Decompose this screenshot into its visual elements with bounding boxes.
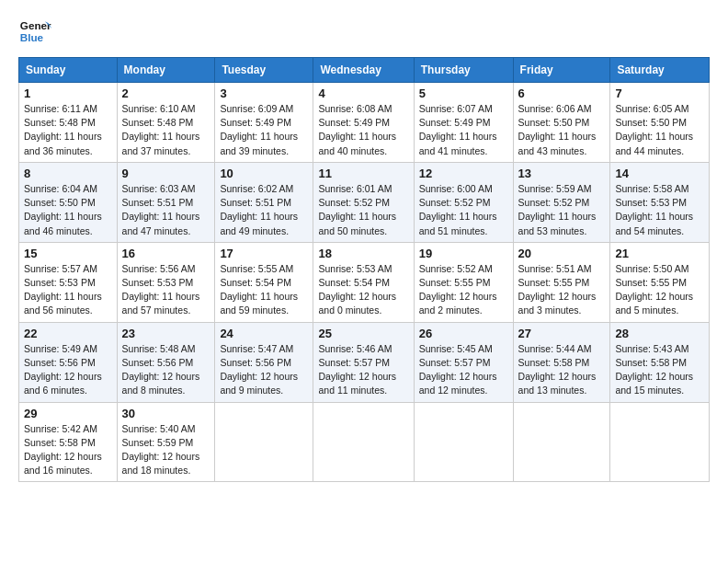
day-info: Sunrise: 5:57 AM Sunset: 5:53 PM Dayligh…: [24, 262, 112, 318]
day-number: 10: [220, 167, 308, 180]
day-number: 25: [318, 327, 408, 340]
day-number: 3: [220, 86, 308, 100]
day-number: 20: [518, 247, 606, 260]
day-info: Sunrise: 6:04 AM Sunset: 5:50 PM Dayligh…: [24, 182, 112, 238]
day-info: Sunrise: 6:11 AM Sunset: 5:48 PM Dayligh…: [24, 102, 112, 158]
svg-text:General: General: [20, 19, 51, 31]
weekday-header-saturday: Saturday: [610, 58, 710, 83]
calendar-cell: 2Sunrise: 6:10 AM Sunset: 5:48 PM Daylig…: [117, 83, 215, 163]
day-info: Sunrise: 5:50 AM Sunset: 5:55 PM Dayligh…: [615, 262, 704, 318]
day-info: Sunrise: 5:40 AM Sunset: 5:59 PM Dayligh…: [122, 422, 210, 478]
logo: General Blue: [18, 15, 51, 48]
day-number: 9: [122, 167, 210, 180]
logo-icon: General Blue: [18, 15, 51, 48]
day-number: 11: [318, 167, 408, 180]
calendar-cell: 11Sunrise: 6:01 AM Sunset: 5:52 PM Dayli…: [313, 162, 414, 242]
weekday-header-thursday: Thursday: [414, 58, 513, 83]
calendar-cell: 3Sunrise: 6:09 AM Sunset: 5:49 PM Daylig…: [215, 83, 313, 163]
day-number: 14: [615, 167, 704, 180]
calendar-cell: [513, 402, 610, 482]
svg-text:Blue: Blue: [20, 31, 44, 43]
day-number: 15: [24, 247, 112, 260]
calendar-cell: [215, 402, 313, 482]
calendar-cell: 19Sunrise: 5:52 AM Sunset: 5:55 PM Dayli…: [414, 242, 513, 322]
calendar-cell: 9Sunrise: 6:03 AM Sunset: 5:51 PM Daylig…: [117, 162, 215, 242]
day-number: 2: [122, 86, 210, 100]
calendar-cell: 20Sunrise: 5:51 AM Sunset: 5:55 PM Dayli…: [513, 242, 610, 322]
calendar-cell: 17Sunrise: 5:55 AM Sunset: 5:54 PM Dayli…: [215, 242, 313, 322]
day-number: 8: [24, 167, 112, 180]
day-number: 6: [518, 86, 606, 100]
calendar-cell: 6Sunrise: 6:06 AM Sunset: 5:50 PM Daylig…: [513, 83, 610, 163]
day-number: 17: [220, 247, 308, 260]
calendar-cell: [610, 402, 710, 482]
day-info: Sunrise: 6:06 AM Sunset: 5:50 PM Dayligh…: [518, 102, 606, 158]
weekday-header-friday: Friday: [513, 58, 610, 83]
day-info: Sunrise: 6:05 AM Sunset: 5:50 PM Dayligh…: [615, 102, 704, 158]
calendar-cell: 28Sunrise: 5:43 AM Sunset: 5:58 PM Dayli…: [610, 322, 710, 402]
day-number: 21: [615, 247, 704, 260]
calendar-cell: 23Sunrise: 5:48 AM Sunset: 5:56 PM Dayli…: [117, 322, 215, 402]
day-info: Sunrise: 5:56 AM Sunset: 5:53 PM Dayligh…: [122, 262, 210, 318]
day-info: Sunrise: 5:49 AM Sunset: 5:56 PM Dayligh…: [24, 342, 112, 398]
calendar-cell: 12Sunrise: 6:00 AM Sunset: 5:52 PM Dayli…: [414, 162, 513, 242]
weekday-header-tuesday: Tuesday: [215, 58, 313, 83]
day-number: 13: [518, 167, 606, 180]
day-number: 30: [122, 407, 210, 420]
calendar-cell: 10Sunrise: 6:02 AM Sunset: 5:51 PM Dayli…: [215, 162, 313, 242]
header: General Blue: [18, 15, 710, 48]
calendar-cell: 27Sunrise: 5:44 AM Sunset: 5:58 PM Dayli…: [513, 322, 610, 402]
day-info: Sunrise: 6:01 AM Sunset: 5:52 PM Dayligh…: [318, 182, 408, 238]
calendar-cell: 7Sunrise: 6:05 AM Sunset: 5:50 PM Daylig…: [610, 83, 710, 163]
day-number: 16: [122, 247, 210, 260]
calendar-cell: 21Sunrise: 5:50 AM Sunset: 5:55 PM Dayli…: [610, 242, 710, 322]
day-number: 5: [419, 86, 508, 100]
calendar-cell: 4Sunrise: 6:08 AM Sunset: 5:49 PM Daylig…: [313, 83, 414, 163]
day-number: 19: [419, 247, 508, 260]
calendar-cell: [313, 402, 414, 482]
day-info: Sunrise: 5:46 AM Sunset: 5:57 PM Dayligh…: [318, 342, 408, 398]
calendar-cell: 5Sunrise: 6:07 AM Sunset: 5:49 PM Daylig…: [414, 83, 513, 163]
day-info: Sunrise: 5:47 AM Sunset: 5:56 PM Dayligh…: [220, 342, 308, 398]
page: General Blue SundayMondayTuesdayWednesda…: [0, 0, 728, 497]
calendar-cell: [414, 402, 513, 482]
day-info: Sunrise: 6:07 AM Sunset: 5:49 PM Dayligh…: [419, 102, 508, 158]
day-number: 29: [24, 407, 112, 420]
day-info: Sunrise: 5:59 AM Sunset: 5:52 PM Dayligh…: [518, 182, 606, 238]
day-number: 7: [615, 86, 704, 100]
day-info: Sunrise: 5:53 AM Sunset: 5:54 PM Dayligh…: [318, 262, 408, 318]
day-info: Sunrise: 6:10 AM Sunset: 5:48 PM Dayligh…: [122, 102, 210, 158]
calendar-cell: 26Sunrise: 5:45 AM Sunset: 5:57 PM Dayli…: [414, 322, 513, 402]
calendar-cell: 18Sunrise: 5:53 AM Sunset: 5:54 PM Dayli…: [313, 242, 414, 322]
day-info: Sunrise: 6:03 AM Sunset: 5:51 PM Dayligh…: [122, 182, 210, 238]
day-info: Sunrise: 5:45 AM Sunset: 5:57 PM Dayligh…: [419, 342, 508, 398]
calendar-cell: 25Sunrise: 5:46 AM Sunset: 5:57 PM Dayli…: [313, 322, 414, 402]
day-info: Sunrise: 5:42 AM Sunset: 5:58 PM Dayligh…: [24, 422, 112, 478]
weekday-header-sunday: Sunday: [19, 58, 118, 83]
day-number: 24: [220, 327, 308, 340]
weekday-header-wednesday: Wednesday: [313, 58, 414, 83]
calendar-cell: 22Sunrise: 5:49 AM Sunset: 5:56 PM Dayli…: [19, 322, 118, 402]
day-info: Sunrise: 6:02 AM Sunset: 5:51 PM Dayligh…: [220, 182, 308, 238]
weekday-header-monday: Monday: [117, 58, 215, 83]
day-number: 12: [419, 167, 508, 180]
day-number: 27: [518, 327, 606, 340]
day-info: Sunrise: 6:09 AM Sunset: 5:49 PM Dayligh…: [220, 102, 308, 158]
day-info: Sunrise: 5:58 AM Sunset: 5:53 PM Dayligh…: [615, 182, 704, 238]
day-info: Sunrise: 5:51 AM Sunset: 5:55 PM Dayligh…: [518, 262, 606, 318]
day-number: 23: [122, 327, 210, 340]
calendar-cell: 30Sunrise: 5:40 AM Sunset: 5:59 PM Dayli…: [117, 402, 215, 482]
calendar-cell: 15Sunrise: 5:57 AM Sunset: 5:53 PM Dayli…: [19, 242, 118, 322]
day-number: 28: [615, 327, 704, 340]
day-info: Sunrise: 5:48 AM Sunset: 5:56 PM Dayligh…: [122, 342, 210, 398]
calendar: SundayMondayTuesdayWednesdayThursdayFrid…: [18, 57, 710, 482]
calendar-cell: 1Sunrise: 6:11 AM Sunset: 5:48 PM Daylig…: [19, 83, 118, 163]
day-info: Sunrise: 6:08 AM Sunset: 5:49 PM Dayligh…: [318, 102, 408, 158]
day-number: 4: [318, 86, 408, 100]
day-info: Sunrise: 5:55 AM Sunset: 5:54 PM Dayligh…: [220, 262, 308, 318]
calendar-cell: 16Sunrise: 5:56 AM Sunset: 5:53 PM Dayli…: [117, 242, 215, 322]
calendar-cell: 24Sunrise: 5:47 AM Sunset: 5:56 PM Dayli…: [215, 322, 313, 402]
day-number: 18: [318, 247, 408, 260]
calendar-cell: 8Sunrise: 6:04 AM Sunset: 5:50 PM Daylig…: [19, 162, 118, 242]
day-number: 22: [24, 327, 112, 340]
